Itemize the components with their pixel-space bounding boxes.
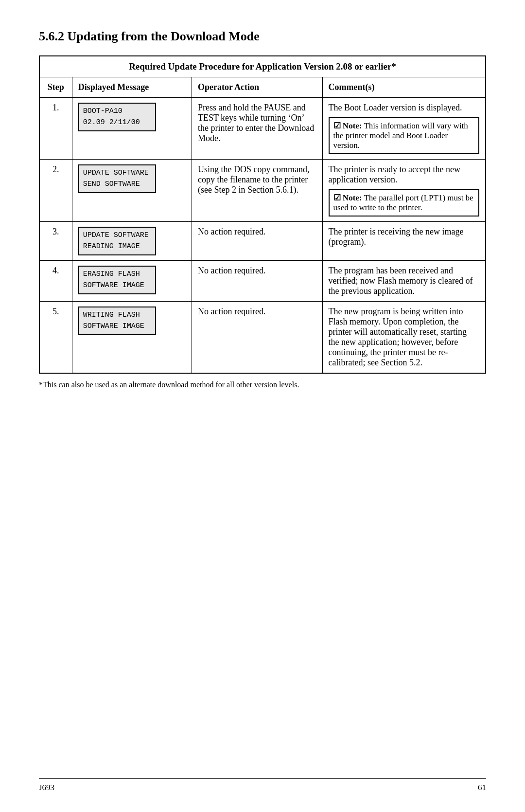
step-4-display: ERASING FLASH SOFTWARE IMAGE	[72, 261, 192, 302]
lcd-display-4: ERASING FLASH SOFTWARE IMAGE	[78, 266, 156, 294]
col-header-step: Step	[39, 77, 72, 98]
step-1-number: 1.	[39, 98, 72, 160]
step-4-comment: The program has been received and verifi…	[322, 261, 486, 302]
main-table: Required Update Procedure for Applicatio…	[39, 55, 486, 374]
step-3-number: 3.	[39, 222, 72, 261]
col-header-action: Operator Action	[192, 77, 322, 98]
lcd-line-2: SEND SOFTWARE	[83, 180, 140, 188]
page-container: 5.6.2 Updating from the Download Mode Re…	[0, 0, 525, 428]
lcd-display-5: WRITING FLASH SOFTWARE IMAGE	[78, 307, 156, 335]
footer-right: 61	[478, 783, 486, 793]
step-5-display: WRITING FLASH SOFTWARE IMAGE	[72, 302, 192, 374]
lcd-display-1: BOOT-PA10 02.09 2/11/00	[78, 103, 156, 131]
col-header-display: Displayed Message	[72, 77, 192, 98]
table-row: 3. UPDATE SOFTWARE READING IMAGE No acti…	[39, 222, 486, 261]
lcd-line-2: READING IMAGE	[83, 242, 140, 251]
lcd-line-2: SOFTWARE IMAGE	[83, 322, 144, 330]
footer-left: J693	[39, 783, 54, 793]
step-1-note-label: ☑ Note:	[333, 121, 362, 130]
section-title: 5.6.2 Updating from the Download Mode	[39, 29, 486, 44]
step-1-note-box: ☑ Note: This information will vary with …	[329, 117, 479, 154]
lcd-line-1: ERASING FLASH	[83, 270, 140, 278]
step-4-number: 4.	[39, 261, 72, 302]
lcd-display-3: UPDATE SOFTWARE READING IMAGE	[78, 227, 156, 255]
step-1-display: BOOT-PA10 02.09 2/11/00	[72, 98, 192, 160]
table-title: Required Update Procedure for Applicatio…	[39, 56, 486, 77]
lcd-line-1: UPDATE SOFTWARE	[83, 169, 149, 177]
step-2-display: UPDATE SOFTWARE SEND SOFTWARE	[72, 160, 192, 222]
step-1-comment-main: The Boot Loader version is displayed.	[329, 103, 479, 113]
table-row: 5. WRITING FLASH SOFTWARE IMAGE No actio…	[39, 302, 486, 374]
step-5-comment: The new program is being written into Fl…	[322, 302, 486, 374]
lcd-line-1: WRITING FLASH	[83, 311, 140, 319]
table-row: 2. UPDATE SOFTWARE SEND SOFTWARE Using t…	[39, 160, 486, 222]
lcd-line-2: SOFTWARE IMAGE	[83, 281, 144, 289]
step-4-action: No action required.	[192, 261, 322, 302]
page-footer: J693 61	[39, 778, 486, 793]
step-2-comment: The printer is ready to accept the new a…	[322, 160, 486, 222]
table-row: 1. BOOT-PA10 02.09 2/11/00 Press and hol…	[39, 98, 486, 160]
step-3-action: No action required.	[192, 222, 322, 261]
step-3-comment: The printer is receiving the new image (…	[322, 222, 486, 261]
table-row: 4. ERASING FLASH SOFTWARE IMAGE No actio…	[39, 261, 486, 302]
step-3-display: UPDATE SOFTWARE READING IMAGE	[72, 222, 192, 261]
lcd-line-1: BOOT-PA10	[83, 107, 122, 115]
lcd-line-2: 02.09 2/11/00	[83, 118, 140, 126]
step-1-comment: The Boot Loader version is displayed. ☑ …	[322, 98, 486, 160]
step-5-action: No action required.	[192, 302, 322, 374]
step-5-number: 5.	[39, 302, 72, 374]
step-2-note-box: ☑ Note: The parallel port (LPT1) must be…	[329, 189, 479, 217]
step-1-action: Press and hold the PAUSE and TEST keys w…	[192, 98, 322, 160]
step-2-number: 2.	[39, 160, 72, 222]
col-header-comment: Comment(s)	[322, 77, 486, 98]
step-2-note-label: ☑ Note:	[333, 193, 362, 202]
step-2-comment-main: The printer is ready to accept the new a…	[329, 164, 479, 185]
lcd-line-1: UPDATE SOFTWARE	[83, 231, 149, 239]
footnote: *This can also be used as an alternate d…	[39, 380, 486, 389]
step-2-action: Using the DOS copy command, copy the fil…	[192, 160, 322, 222]
lcd-display-2: UPDATE SOFTWARE SEND SOFTWARE	[78, 164, 156, 193]
